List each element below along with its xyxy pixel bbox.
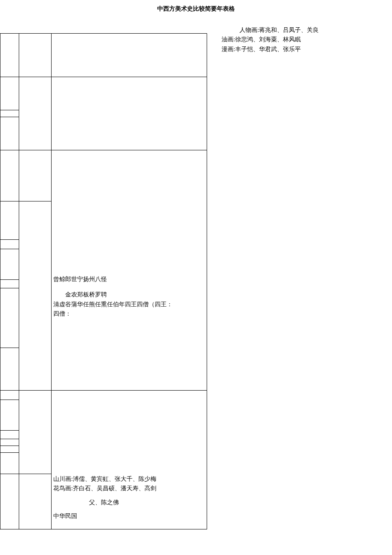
cell-content-a: 曾鲸郎世宁扬州八怪 金农郑板桥罗聘 清虚谷蒲华任熊任熏任伯年四王四僧（四王： 四… — [53, 151, 205, 319]
side-annotation: 人物画:蒋兆和、吕凤子、关良 油画:徐悲鸿、刘海粟、林风眠 漫画:丰子恺、华君武… — [222, 26, 319, 54]
comparison-table: 曾鲸郎世宁扬州八怪 金农郑板桥罗聘 清虚谷蒲华任熊任熏任伯年四王四僧（四王： 四… — [0, 33, 207, 529]
side-line-2: 油画:徐悲鸿、刘海粟、林风眠 — [222, 35, 319, 44]
cell-line: 父、陈之佛 — [53, 498, 205, 507]
cell-line: 四僧： — [53, 309, 205, 319]
table-row: 山川画:溥儒、黄宾虹、张大千、陈少梅 花鸟画:齐白石、吴昌硕、潘天寿、高剑 父、… — [0, 391, 207, 400]
cell-line: 中华民国 — [53, 512, 205, 521]
side-line-3: 漫画:丰子恺、华君武、张乐平 — [222, 45, 319, 54]
side-line-1: 人物画:蒋兆和、吕凤子、关良 — [222, 26, 319, 35]
cell-line: 花鸟画:齐白石、吴昌硕、潘天寿、高剑 — [53, 484, 205, 493]
page-title: 中西方美术史比较简要年表格 — [0, 0, 392, 16]
cell-line: 清虚谷蒲华任熊任熏任伯年四王四僧（四王： — [53, 300, 205, 309]
cell-content-b: 山川画:溥儒、黄宾虹、张大千、陈少梅 花鸟画:齐白石、吴昌硕、潘天寿、高剑 父、… — [53, 391, 205, 521]
cell-line: 曾鲸郎世宁扬州八怪 — [53, 275, 205, 284]
cell-line: 金农郑板桥罗聘 — [53, 290, 205, 299]
cell-line: 山川画:溥儒、黄宾虹、张大千、陈少梅 — [53, 474, 205, 484]
table-row — [0, 77, 207, 110]
table-row — [0, 34, 207, 77]
